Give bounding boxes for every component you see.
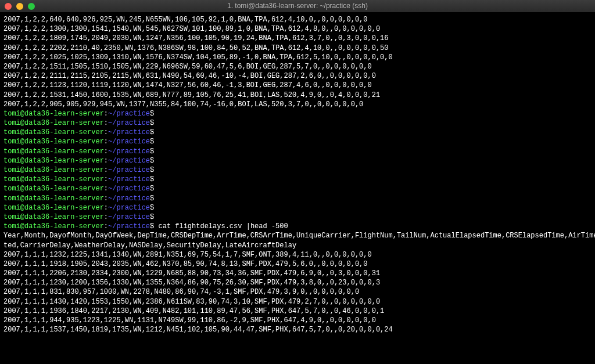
prompt-symbol: $	[150, 147, 158, 156]
prompt-separator: :	[104, 157, 108, 165]
prompt-path: ~/practice	[108, 157, 150, 165]
window-title: 1. tomi@data36-learn-server: ~/practice …	[227, 1, 368, 10]
prompt-separator: :	[104, 175, 108, 183]
csv-row: 2007,1,2,2,1025,1025,1309,1310,WN,1576,N…	[3, 53, 592, 62]
prompt-user-host: tomi@data36-learn-server	[3, 213, 104, 221]
prompt-path: ~/practice	[108, 110, 150, 118]
prompt-separator: :	[104, 204, 108, 212]
prompt-symbol: $	[150, 128, 158, 136]
prompt-path: ~/practice	[108, 204, 150, 212]
prompt-user-host: tomi@data36-learn-server	[3, 222, 104, 230]
prompt-separator: :	[104, 222, 108, 230]
csv-row: 2007,1,2,2,1809,1745,2049,2030,WN,1247,N…	[3, 34, 592, 43]
csv-row: 2007,1,1,1,1430,1420,1553,1550,WN,2386,N…	[3, 297, 592, 307]
prompt-symbol: $	[150, 185, 158, 193]
prompt-user-host: tomi@data36-learn-server	[3, 157, 104, 165]
window-titlebar: 1. tomi@data36-learn-server: ~/practice …	[0, 0, 595, 13]
csv-row: 2007,1,1,1,944,935,1223,1225,WN,1131,N74…	[3, 316, 592, 325]
prompt-user-host: tomi@data36-learn-server	[3, 128, 104, 136]
prompt-path: ~/practice	[108, 119, 150, 127]
prompt-symbol: $	[150, 119, 158, 127]
prompt-symbol: $	[150, 204, 158, 212]
prompt-user-host: tomi@data36-learn-server	[3, 175, 104, 183]
prompt-path: ~/practice	[108, 128, 150, 136]
prompt-user-host: tomi@data36-learn-server	[3, 138, 104, 146]
prompt-symbol: $	[150, 222, 158, 230]
terminal-output[interactable]: 2007,1,2,2,640,640,926,925,WN,245,N655WN…	[0, 13, 595, 364]
csv-row: 2007,1,1,1,831,830,957,1000,WN,2278,N480…	[3, 287, 592, 297]
csv-row: 2007,1,2,2,1123,1120,1119,1120,WN,1474,N…	[3, 81, 592, 90]
minimize-icon[interactable]	[16, 3, 23, 10]
csv-header: Year,Month,DayofMonth,DayOfWeek,DepTime,…	[3, 231, 592, 240]
prompt-user-host: tomi@data36-learn-server	[3, 110, 104, 118]
window-controls	[5, 3, 35, 10]
prompt-symbol: $	[150, 213, 158, 221]
prompt-separator: :	[104, 194, 108, 203]
csv-row: 2007,1,2,2,640,640,926,925,WN,245,N655WN…	[3, 15, 592, 24]
prompt-path: ~/practice	[108, 175, 150, 183]
prompt-path: ~/practice	[108, 185, 150, 193]
prompt-user-host: tomi@data36-learn-server	[3, 185, 104, 193]
prompt-symbol: $	[150, 175, 158, 183]
prompt-path: ~/practice	[108, 147, 150, 156]
prompt-separator: :	[104, 147, 108, 156]
prompt-separator: :	[104, 128, 108, 136]
csv-row: 2007,1,1,1,1230,1200,1356,1330,WN,1355,N…	[3, 278, 592, 287]
prompt-user-host: tomi@data36-learn-server	[3, 119, 104, 127]
prompt-separator: :	[104, 185, 108, 193]
prompt-path: ~/practice	[108, 138, 150, 146]
prompt-user-host: tomi@data36-learn-server	[3, 147, 104, 156]
csv-row: 2007,1,2,2,905,905,929,945,WN,1377,N355,…	[3, 100, 592, 109]
prompt-symbol: $	[150, 138, 158, 146]
command-text: cat flightdelays.csv |head -500	[158, 222, 288, 230]
close-icon[interactable]	[5, 3, 12, 10]
csv-row: 2007,1,2,2,1300,1300,1541,1540,WN,545,N6…	[3, 24, 592, 34]
prompt-symbol: $	[150, 157, 158, 165]
csv-row: 2007,1,2,2,1531,1450,1600,1535,WN,689,N7…	[3, 91, 592, 100]
prompt-separator: :	[104, 166, 108, 174]
maximize-icon[interactable]	[28, 3, 35, 10]
prompt-path: ~/practice	[108, 194, 150, 203]
csv-header: ted,CarrierDelay,WeatherDelay,NASDelay,S…	[3, 241, 592, 250]
prompt-separator: :	[104, 213, 108, 221]
csv-row: 2007,1,1,1,1537,1450,1819,1735,WN,1212,N…	[3, 325, 592, 334]
prompt-path: ~/practice	[108, 213, 150, 221]
prompt-separator: :	[104, 119, 108, 127]
prompt-symbol: $	[150, 110, 158, 118]
csv-row: 2007,1,2,2,2111,2115,2105,2115,WN,631,N4…	[3, 71, 592, 81]
csv-row: 2007,1,1,1,1936,1840,2217,2130,WN,409,N4…	[3, 307, 592, 316]
prompt-path: ~/practice	[108, 166, 150, 174]
csv-row: 2007,1,2,2,1511,1505,1510,1505,WN,229,N6…	[3, 62, 592, 71]
csv-row: 2007,1,2,2,2202,2110,40,2350,WN,1376,N38…	[3, 44, 592, 53]
prompt-path: ~/practice	[108, 222, 150, 230]
prompt-symbol: $	[150, 166, 158, 174]
csv-row: 2007,1,1,1,1232,1225,1341,1340,WN,2891,N…	[3, 250, 592, 260]
prompt-user-host: tomi@data36-learn-server	[3, 194, 104, 203]
prompt-symbol: $	[150, 194, 158, 203]
prompt-user-host: tomi@data36-learn-server	[3, 166, 104, 174]
csv-row: 2007,1,1,1,2206,2130,2334,2300,WN,1229,N…	[3, 269, 592, 278]
csv-row: 2007,1,1,1,1918,1905,2043,2035,WN,462,N3…	[3, 260, 592, 269]
prompt-separator: :	[104, 138, 108, 146]
prompt-user-host: tomi@data36-learn-server	[3, 204, 104, 212]
prompt-separator: :	[104, 110, 108, 118]
